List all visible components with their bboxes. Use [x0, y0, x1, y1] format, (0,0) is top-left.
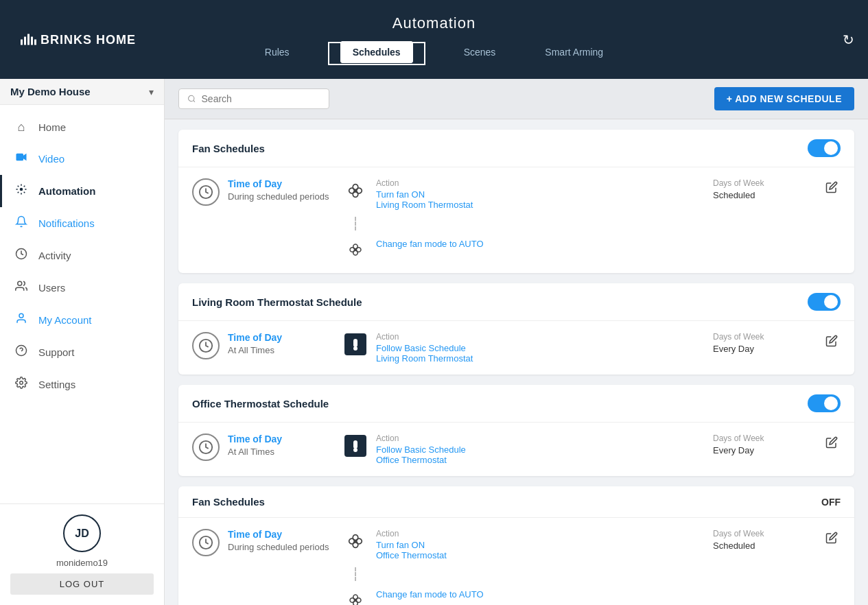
sidebar-item-automation[interactable]: Automation — [0, 175, 164, 207]
nav-scenes[interactable]: Scenes — [453, 43, 507, 62]
refresh-icon[interactable]: ↻ — [843, 32, 854, 48]
action-row: Action Follow Basic Schedule Office Ther… — [343, 434, 699, 465]
fan2-icon — [343, 588, 368, 605]
sidebar-item-support[interactable]: Support — [0, 336, 164, 368]
sidebar-item-home[interactable]: ⌂ Home — [0, 112, 164, 143]
card-header: Fan Schedules OFF — [178, 486, 854, 518]
action-text: Change fan mode to AUTO — [376, 237, 484, 249]
action-row: Change fan mode to AUTO — [343, 237, 699, 262]
chevron-down-icon: ▾ — [149, 86, 154, 97]
action-row: Change fan mode to AUTO — [343, 588, 699, 605]
card-header-right: OFF — [821, 497, 841, 508]
settings-icon — [14, 377, 29, 392]
sidebar-item-activity[interactable]: Activity — [0, 239, 164, 272]
trigger-info: Time of Day At All Times — [228, 332, 282, 355]
clock-icon — [192, 434, 220, 461]
edit-col — [823, 332, 841, 353]
action-value: Turn fan ON — [376, 189, 473, 200]
action-value: Turn fan ON — [376, 540, 447, 550]
trigger-sub: At All Times — [228, 345, 282, 355]
sidebar-bottom: JD monidemo19 LOG OUT — [0, 503, 164, 605]
svg-point-24 — [355, 600, 357, 602]
sidebar-item-notifications[interactable]: Notifications — [0, 207, 164, 239]
trigger-sub: During scheduled periods — [228, 542, 329, 552]
action-text: Action Follow Basic Schedule Living Room… — [376, 332, 473, 364]
card-header: Living Room Thermostat Schedule — [178, 283, 854, 321]
support-icon — [14, 344, 29, 360]
schedule-card: Fan Schedules Time of Day During schedul… — [178, 130, 854, 273]
video-icon — [14, 151, 29, 167]
schedule-toggle[interactable] — [808, 139, 841, 157]
content-toolbar: + ADD NEW SCHEDULE — [165, 79, 868, 119]
nav-rules[interactable]: Rules — [254, 43, 301, 62]
sidebar-item-users[interactable]: Users — [0, 272, 164, 304]
edit-col — [823, 529, 841, 550]
edit-button[interactable] — [823, 434, 841, 455]
edit-button[interactable] — [823, 529, 841, 550]
schedule-card: Living Room Thermostat Schedule Time of … — [178, 283, 854, 375]
brinks-logo: BRINKS HOME — [21, 32, 136, 47]
card-body: Time of Day During scheduled periods Act… — [178, 167, 854, 273]
days-label: Days of Week — [713, 529, 809, 538]
nav-schedules[interactable]: Schedules — [340, 41, 413, 63]
sidebar-item-label: Settings — [38, 379, 75, 390]
edit-button[interactable] — [823, 332, 841, 353]
schedule-toggle[interactable] — [808, 394, 841, 412]
action-row: Action Turn fan ON Living Room Thermosta… — [343, 178, 699, 210]
search-input[interactable] — [202, 93, 320, 104]
fan2-icon — [343, 237, 368, 262]
trigger-type: Time of Day — [228, 434, 282, 444]
action-col: Action Follow Basic Schedule Living Room… — [343, 332, 699, 364]
action-device: Office Thermostat — [376, 550, 447, 560]
trigger-type: Time of Day — [228, 332, 282, 343]
sidebar-item-my-account[interactable]: My Account — [0, 304, 164, 336]
edit-button[interactable] — [823, 178, 841, 200]
sidebar-item-label: Home — [38, 121, 66, 133]
card-header-right — [808, 293, 841, 311]
activity-icon — [14, 248, 29, 263]
sidebar-item-label: Activity — [38, 250, 71, 261]
content-area: + ADD NEW SCHEDULE Fan Schedules Time of — [165, 79, 868, 605]
trigger-col: Time of Day At All Times — [192, 434, 329, 461]
nav-smart-arming[interactable]: Smart Arming — [534, 43, 614, 62]
avatar: JD — [63, 514, 101, 552]
sidebar-item-settings[interactable]: Settings — [0, 368, 164, 401]
action-col: Action Turn fan ON Living Room Thermosta… — [343, 178, 699, 262]
card-header: Fan Schedules — [178, 130, 854, 167]
house-selector[interactable]: My Demo House ▾ — [0, 79, 164, 105]
logout-button[interactable]: LOG OUT — [10, 573, 154, 595]
trigger-type: Time of Day — [228, 529, 329, 540]
edit-col — [823, 178, 841, 200]
brinks-bars-icon — [21, 34, 36, 45]
card-header-right — [808, 139, 841, 157]
action-col: Action Turn fan ON Office Thermostat Cha… — [343, 529, 699, 605]
action-col: Action Follow Basic Schedule Office Ther… — [343, 434, 699, 465]
nav-items: ⌂ Home Video Automation Notifications — [0, 105, 164, 503]
days-value: Every Day — [713, 445, 809, 455]
days-value: Scheduled — [713, 190, 809, 200]
clock-icon — [192, 332, 220, 359]
days-col: Days of Week Scheduled — [713, 178, 809, 200]
search-box[interactable] — [178, 88, 329, 109]
action-value: Change fan mode to AUTO — [376, 239, 484, 249]
trigger-col: Time of Day During scheduled periods — [192, 529, 329, 556]
sidebar-item-video[interactable]: Video — [0, 143, 164, 175]
sidebar-item-label: Automation — [38, 185, 95, 197]
schedule-toggle[interactable] — [808, 293, 841, 311]
svg-point-12 — [354, 189, 357, 192]
schedules-content: Fan Schedules Time of Day During schedul… — [165, 119, 868, 605]
trigger-sub: During scheduled periods — [228, 191, 329, 202]
card-header-right — [808, 394, 841, 412]
add-new-schedule-button[interactable]: + ADD NEW SCHEDULE — [714, 87, 854, 110]
action-row: Action Turn fan ON Office Thermostat — [343, 529, 699, 560]
logo-text: BRINKS HOME — [40, 32, 136, 47]
action-label: Action — [376, 332, 473, 342]
action-label: Action — [376, 529, 447, 538]
card-title: Office Thermostat Schedule — [192, 398, 329, 410]
days-label: Days of Week — [713, 434, 809, 443]
svg-rect-0 — [16, 154, 24, 161]
svg-marker-1 — [23, 154, 27, 161]
days-value: Every Day — [713, 344, 809, 354]
sidebar-item-label: Support — [38, 346, 75, 358]
header-center: Automation Rules Schedules Scenes Smart … — [254, 14, 614, 65]
